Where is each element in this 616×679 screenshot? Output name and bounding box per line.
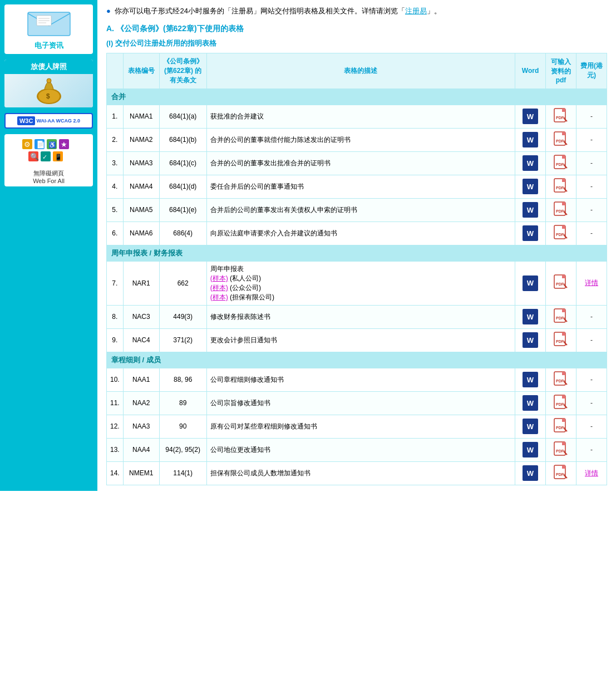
detail-link[interactable]: 详情	[585, 469, 598, 477]
row-number: 14.	[107, 461, 124, 485]
row-number: 8.	[107, 305, 124, 328]
pdf-download-link[interactable]: PDF	[554, 381, 568, 388]
register-easy-link[interactable]: 注册易	[405, 7, 427, 15]
svg-rect-61	[562, 275, 565, 278]
pdf-cell: PDF	[546, 222, 576, 245]
sample-link[interactable]: (样本)	[210, 293, 228, 301]
form-description: 合并的公司的董事发出批准合并的证明书	[206, 151, 515, 175]
row-number: 13.	[107, 438, 124, 461]
word-download-link[interactable]: W	[523, 446, 538, 454]
email-card[interactable]: 电子资讯	[4, 4, 93, 54]
word-download-link[interactable]: W	[523, 400, 538, 407]
section-i-title: (I) 交付公司注册处所用的指明表格	[106, 38, 607, 48]
word-download-link[interactable]: W	[523, 113, 538, 121]
pdf-cell: PDF	[546, 415, 576, 438]
form-code: NAR1	[123, 261, 159, 305]
pdf-download-link[interactable]: PDF	[554, 318, 568, 326]
word-cell: W	[515, 175, 546, 198]
form-code: NAC3	[123, 305, 159, 328]
forms-table: 表格编号 《公司条例》(第622章) 的有关条文 表格的描述 Word 可输入资…	[106, 53, 607, 485]
wai-card[interactable]: W3C WAI-AA WCAG 2.0	[4, 113, 93, 129]
category-label: 周年申报表 / 财务报表	[107, 245, 607, 261]
sample-link[interactable]: (样本)	[210, 274, 228, 282]
word-download-link[interactable]: W	[523, 279, 538, 287]
accessible-card[interactable]: ⚙ 📄 ♿ ★ 🔍 ✓ 📱 無障礙網頁Web For All	[4, 134, 93, 186]
word-download-link[interactable]: W	[523, 183, 538, 191]
svg-text:PDF: PDF	[556, 316, 564, 320]
word-download-link[interactable]: W	[523, 136, 538, 144]
form-code: NAMA4	[123, 175, 159, 198]
svg-point-7	[47, 78, 51, 83]
word-download-link[interactable]: W	[523, 206, 538, 214]
word-download-link[interactable]: W	[523, 470, 538, 478]
table-row: 7. NAR1 662 周年申报表 (样本) (私人公司)(样本) (公众公司)…	[107, 261, 607, 305]
pdf-icon: PDF	[554, 395, 568, 410]
section-a-title: A. 《公司条例》(第622章)下使用的表格	[106, 24, 607, 34]
pdf-download-link[interactable]: PDF	[554, 427, 568, 435]
category-label: 合并	[107, 88, 607, 105]
word-cell: W	[515, 105, 546, 128]
pdf-cell: PDF	[546, 198, 576, 222]
category-row: 周年申报表 / 财务报表	[107, 245, 607, 261]
svg-rect-43	[562, 179, 565, 182]
word-cell: W	[515, 328, 546, 352]
word-download-link[interactable]: W	[523, 423, 538, 431]
word-download-link[interactable]: W	[523, 160, 538, 168]
form-code: NAA2	[123, 391, 159, 415]
pdf-download-link[interactable]: PDF	[554, 211, 568, 219]
svg-rect-25	[562, 109, 565, 112]
row-number: 5.	[107, 198, 124, 222]
svg-text:🔍: 🔍	[30, 152, 40, 161]
pdf-icon: PDF	[554, 332, 568, 347]
pdf-cell: PDF	[546, 328, 576, 352]
pdf-icon: PDF	[554, 274, 568, 290]
svg-text:⚙: ⚙	[24, 140, 31, 149]
pdf-download-link[interactable]: PDF	[554, 117, 568, 125]
word-cell: W	[515, 415, 546, 438]
svg-text:$: $	[46, 92, 50, 100]
svg-text:PDF: PDF	[556, 340, 564, 343]
svg-rect-103	[562, 465, 565, 469]
row-number: 4.	[107, 175, 124, 198]
form-description: 获批准的合并建议	[206, 105, 515, 128]
svg-rect-37	[562, 155, 565, 159]
word-cell: W	[515, 305, 546, 328]
form-clause: 684(1)(c)	[159, 151, 206, 175]
word-icon: W	[523, 419, 538, 434]
pdf-download-link[interactable]: PDF	[554, 141, 568, 149]
table-row: 10. NAA1 88, 96 公司章程细则修改通知书 W PDF -	[107, 368, 607, 391]
fee-cell: -	[576, 328, 607, 352]
form-clause: 662	[159, 261, 206, 305]
pdf-download-link[interactable]: PDF	[554, 188, 568, 195]
pdf-download-link[interactable]: PDF	[554, 234, 568, 242]
table-row: 2. NAMA2 684(1)(b) 合并的公司的董事就偿付能力陈述发出的证明书…	[107, 128, 607, 151]
table-row: 1. NAMA1 684(1)(a) 获批准的合并建议 W PDF -	[107, 105, 607, 128]
word-download-link[interactable]: W	[523, 337, 538, 345]
detail-link[interactable]: 详情	[585, 279, 598, 287]
sample-link[interactable]: (样本)	[210, 284, 228, 292]
word-download-link[interactable]: W	[523, 230, 538, 238]
table-row: 13. NAA4 94(2), 95(2) 公司地位更改通知书 W PDF -	[107, 438, 607, 461]
fee-cell: -	[576, 368, 607, 391]
pdf-download-link[interactable]: PDF	[554, 284, 568, 292]
form-code: NAMA3	[123, 151, 159, 175]
pdf-download-link[interactable]: PDF	[554, 341, 568, 349]
table-row: 14. NMEM1 114(1) 担保有限公司成员人数增加通知书 W PDF 详…	[107, 461, 607, 485]
word-download-link[interactable]: W	[523, 376, 538, 384]
pdf-download-link[interactable]: PDF	[554, 164, 568, 172]
pdf-download-link[interactable]: PDF	[554, 474, 568, 482]
fee-cell: -	[576, 391, 607, 415]
bond-card[interactable]: 放债人牌照 $	[4, 60, 93, 107]
word-download-link[interactable]: W	[523, 313, 538, 321]
pdf-download-link[interactable]: PDF	[554, 451, 568, 459]
accessible-label: 無障礙網頁Web For All	[33, 169, 65, 184]
row-number: 11.	[107, 391, 124, 415]
svg-rect-31	[562, 132, 565, 135]
word-icon: W	[523, 202, 538, 218]
form-clause: 371(2)	[159, 328, 206, 352]
pdf-download-link[interactable]: PDF	[554, 404, 568, 412]
pdf-cell: PDF	[546, 438, 576, 461]
fee-cell: -	[576, 175, 607, 198]
fee-cell: 详情	[576, 261, 607, 305]
form-clause: 114(1)	[159, 461, 206, 485]
